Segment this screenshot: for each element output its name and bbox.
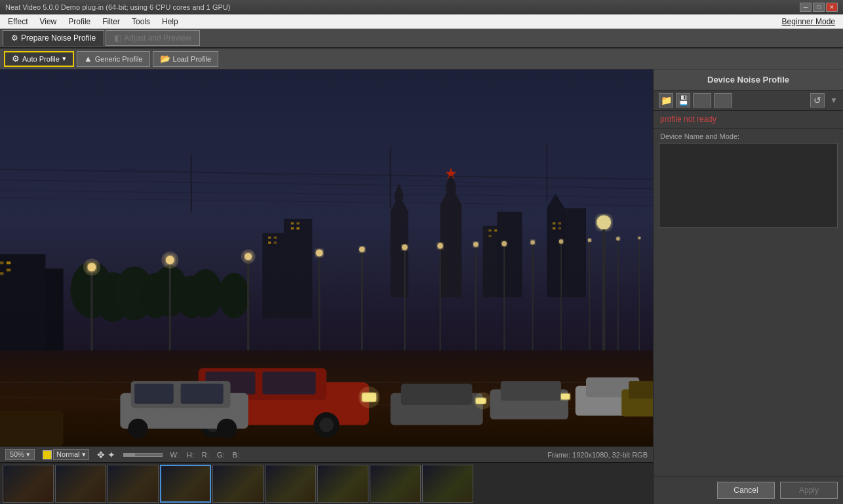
svg-rect-115 <box>268 242 271 244</box>
svg-rect-126 <box>553 227 555 229</box>
mode-dropdown-arrow: ▾ <box>82 450 86 458</box>
filmstrip-frame-4[interactable] <box>212 465 264 503</box>
svg-rect-119 <box>291 227 294 229</box>
filmstrip-frame-inner-2 <box>108 465 158 502</box>
right-panel: Device Noise Profile 📁 💾 ◀ ▶ ↺ ▼ profile… <box>653 69 843 504</box>
device-name-label: Device Name and Mode: <box>654 128 843 142</box>
menu-effect[interactable]: Effect <box>3 16 33 28</box>
w-label: W: <box>170 451 179 459</box>
cancel-button[interactable]: Cancel <box>717 482 775 499</box>
panel-prev-button[interactable]: ◀ <box>693 93 711 107</box>
coord-labels: W: H: R: G: B: <box>170 451 239 459</box>
filmstrip-frame-inner-8 <box>423 465 473 502</box>
svg-rect-120 <box>296 227 299 229</box>
filmstrip-frame-inner-6 <box>318 465 368 502</box>
sun-icon: ✦ <box>108 450 115 460</box>
video-preview <box>0 69 653 446</box>
cursor-tool[interactable]: ✥ ✦ <box>97 450 115 460</box>
g-label: G: <box>217 451 225 459</box>
adjust-tab-icon: ◧ <box>114 33 121 43</box>
panel-next-button[interactable]: ▶ <box>714 93 732 107</box>
filmstrip-frame-inner-7 <box>370 465 420 502</box>
prepare-tab-icon: ⚙ <box>11 33 18 43</box>
filmstrip-frame-3[interactable] <box>160 465 211 503</box>
menu-profile[interactable]: Profile <box>63 16 96 28</box>
auto-profile-button[interactable]: ⚙ Auto Profile ▾ <box>4 51 74 67</box>
window-controls: ─ □ ✕ <box>800 3 838 12</box>
svg-rect-122 <box>494 229 497 231</box>
tab-adjust-preview[interactable]: ◧ Adjust and Preview <box>106 30 200 46</box>
beginner-mode-button[interactable]: Beginner Mode <box>782 17 840 26</box>
menu-filter[interactable]: Filter <box>97 16 125 28</box>
filmstrip-frame-8[interactable] <box>422 465 473 503</box>
cursor-icon: ✥ <box>97 450 105 460</box>
load-profile-icon: 📂 <box>160 54 170 64</box>
filmstrip-frame-inner-1 <box>56 465 106 502</box>
status-bar: 50% ▾ Normal ▾ ✥ ✦ W: <box>0 446 653 462</box>
chevron-right-icon: ▶ <box>720 96 726 105</box>
panel-header: Device Noise Profile <box>654 69 843 90</box>
r-label: R: <box>202 451 209 459</box>
tab-prepare-noise[interactable]: ⚙ Prepare Noise Profile <box>3 30 104 46</box>
svg-rect-116 <box>274 242 277 244</box>
main-content: 50% ▾ Normal ▾ ✥ ✦ W: <box>0 69 843 504</box>
menu-tools[interactable]: Tools <box>127 16 155 28</box>
filmstrip <box>0 462 653 504</box>
filmstrip-frame-inner-0 <box>3 465 53 502</box>
frame-info: Frame: 1920x1080, 32-bit RGB <box>547 451 648 459</box>
save-icon: 💾 <box>678 95 689 106</box>
menu-bar: Effect View Profile Filter Tools Help Be… <box>0 14 843 29</box>
svg-rect-121 <box>488 229 491 231</box>
auto-profile-icon: ⚙ <box>12 54 20 64</box>
tab-bar: ⚙ Prepare Noise Profile ◧ Adjust and Pre… <box>0 29 843 48</box>
color-swatch <box>43 450 52 459</box>
maximize-button[interactable]: □ <box>813 3 825 12</box>
panel-controls: 📁 💾 ◀ ▶ ↺ ▼ <box>654 90 843 111</box>
filmstrip-frame-2[interactable] <box>108 465 159 503</box>
svg-rect-123 <box>488 235 491 237</box>
mode-dropdown[interactable]: Normal ▾ <box>53 449 89 460</box>
svg-rect-118 <box>296 222 299 224</box>
svg-rect-112 <box>0 69 653 446</box>
zoom-arrow-icon: ▾ <box>26 450 30 458</box>
h-label: H: <box>187 451 194 459</box>
profile-status: profile not ready <box>654 111 843 128</box>
preview-area: 50% ▾ Normal ▾ ✥ ✦ W: <box>0 69 653 504</box>
panel-save-button[interactable]: 💾 <box>676 93 690 107</box>
filmstrip-frame-5[interactable] <box>265 465 316 503</box>
apply-button[interactable]: Apply <box>780 482 838 499</box>
filmstrip-frame-inner-3 <box>161 466 210 501</box>
minimize-button[interactable]: ─ <box>800 3 812 12</box>
brightness-slider[interactable] <box>123 453 163 457</box>
zoom-dropdown[interactable]: 50% ▾ <box>5 449 35 460</box>
panel-dropdown-arrow[interactable]: ▼ <box>830 96 838 105</box>
title-bar: Neat Video 5.0.0 Demo plug-in (64-bit; u… <box>0 0 843 14</box>
title-text: Neat Video 5.0.0 Demo plug-in (64-bit; u… <box>5 3 230 11</box>
generic-profile-icon: ▲ <box>84 54 92 64</box>
chevron-left-icon: ◀ <box>699 96 705 105</box>
filmstrip-frame-inner-5 <box>265 465 315 502</box>
panel-refresh-button[interactable]: ↺ <box>810 93 825 107</box>
folder-icon: 📁 <box>661 95 672 106</box>
filmstrip-frame-0[interactable] <box>3 465 54 503</box>
filmstrip-frame-7[interactable] <box>370 465 421 503</box>
svg-rect-125 <box>559 222 561 224</box>
menu-view[interactable]: View <box>34 16 62 28</box>
slider-track[interactable] <box>123 453 163 457</box>
svg-rect-124 <box>553 222 555 224</box>
generic-profile-button[interactable]: ▲ Generic Profile <box>77 51 150 67</box>
device-name-box <box>659 143 838 228</box>
close-button[interactable]: ✕ <box>826 3 838 12</box>
filmstrip-frame-6[interactable] <box>317 465 368 503</box>
filmstrip-frame-1[interactable] <box>55 465 106 503</box>
zoom-control: 50% ▾ <box>5 449 35 460</box>
filmstrip-frame-inner-4 <box>213 465 263 502</box>
load-profile-button[interactable]: 📂 Load Profile <box>153 51 219 67</box>
menu-help[interactable]: Help <box>157 16 184 28</box>
panel-open-button[interactable]: 📁 <box>659 93 673 107</box>
mode-select: Normal ▾ <box>43 449 89 460</box>
refresh-icon: ↺ <box>814 95 821 106</box>
auto-profile-dropdown-arrow: ▾ <box>62 54 66 63</box>
b-label: B: <box>232 451 239 459</box>
bottom-buttons: Cancel Apply <box>654 476 843 504</box>
